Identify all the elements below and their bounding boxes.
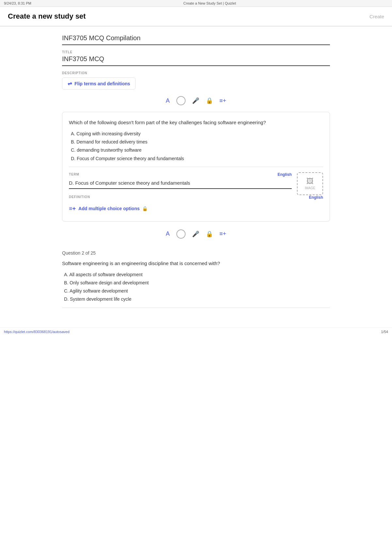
- lock-icon-toolbar[interactable]: 🔒: [206, 97, 213, 104]
- term-left: TERM English D. Focus of Computer scienc…: [69, 172, 292, 193]
- browser-tab-title: Create a New Study Set | Quizlet: [183, 1, 236, 5]
- option-1-c: C. demanding trustworthy software: [69, 146, 323, 154]
- image-label: IMAGE: [305, 186, 315, 190]
- term-value[interactable]: D. Focus of Computer science theory and …: [69, 180, 292, 189]
- study-set-name: INF3705 MCQ Compilation: [62, 34, 330, 45]
- question-counter: Question 2 of 25: [62, 250, 330, 256]
- add-options-label: Add multiple choice options: [78, 206, 139, 211]
- option-2-c: C. Agility software development: [62, 287, 330, 295]
- browser-timestamp: 9/24/23, 8:31 PM: [4, 1, 31, 5]
- title-value[interactable]: INF3705 MCQ: [62, 55, 330, 66]
- list-add-icon-2[interactable]: ≡+: [220, 230, 226, 237]
- description-label: DESCRIPTION: [62, 71, 330, 75]
- list-add-icon[interactable]: ≡+: [220, 97, 226, 104]
- option-1-b: B. Demand for reduced delivery times: [69, 138, 323, 146]
- title-label: TITLE: [62, 50, 330, 54]
- option-2-b: B. Only software design and development: [62, 279, 330, 287]
- browser-bar: 9/24/23, 8:31 PM Create a New Study Set …: [0, 0, 392, 7]
- bottom-bar: https://quizlet.com/830368191/autosaved …: [0, 328, 392, 336]
- microphone-icon-2[interactable]: 🎤: [192, 230, 199, 238]
- circle-toggle[interactable]: [176, 96, 186, 105]
- question-1-text: Which of the following doesn't form part…: [69, 119, 323, 126]
- bottom-page: 1/54: [381, 330, 388, 334]
- question-2-text: Software engineering is an engineering d…: [62, 260, 330, 267]
- definition-row: DEFINITION English: [69, 195, 323, 200]
- font-icon[interactable]: A: [166, 97, 170, 104]
- main-content: INF3705 MCQ Compilation TITLE INF3705 MC…: [49, 26, 343, 325]
- option-2-d: D. System development life cycle: [62, 295, 330, 303]
- add-multiple-choice-button[interactable]: ≡+ Add multiple choice options 🔒: [69, 203, 148, 215]
- card-2: Question 2 of 25 Software engineering is…: [62, 245, 330, 317]
- microphone-icon[interactable]: 🎤: [192, 97, 199, 104]
- image-icon: 🖼: [306, 177, 314, 186]
- definition-label: DEFINITION: [69, 195, 90, 199]
- add-options-icon: ≡+: [69, 205, 76, 212]
- app-header: Create a new study set Create: [0, 7, 392, 26]
- toolbar-2: A 🎤 🔒 ≡+: [62, 229, 330, 239]
- circle-toggle-2[interactable]: [176, 229, 186, 239]
- flip-terms-label: Flip terms and definitions: [74, 81, 130, 86]
- lock-icon-options: 🔒: [142, 206, 148, 211]
- create-button[interactable]: Create: [369, 14, 384, 19]
- term-row: TERM English D. Focus of Computer scienc…: [69, 172, 323, 195]
- bottom-url: https://quizlet.com/830368191/autosaved: [4, 330, 70, 334]
- definition-language[interactable]: English: [309, 195, 323, 200]
- page-title: Create a new study set: [8, 12, 86, 21]
- flip-terms-button[interactable]: ⇌ Flip terms and definitions: [62, 77, 136, 90]
- lock-icon-toolbar-2[interactable]: 🔒: [206, 230, 213, 238]
- option-2-a: A. All aspects of software development: [62, 271, 330, 279]
- term-label: TERM: [69, 173, 79, 176]
- option-1-d: D. Focus of Computer science theory and …: [69, 155, 323, 163]
- option-1-a: A. Coping with increasing diversity: [69, 130, 323, 138]
- card-1: Which of the following doesn't form part…: [62, 112, 330, 222]
- toolbar-1: A 🎤 🔒 ≡+: [62, 96, 330, 105]
- image-placeholder[interactable]: 🖼 IMAGE: [297, 172, 323, 195]
- flip-icon: ⇌: [68, 80, 72, 87]
- term-language[interactable]: English: [278, 172, 292, 177]
- font-icon-2[interactable]: A: [166, 230, 170, 237]
